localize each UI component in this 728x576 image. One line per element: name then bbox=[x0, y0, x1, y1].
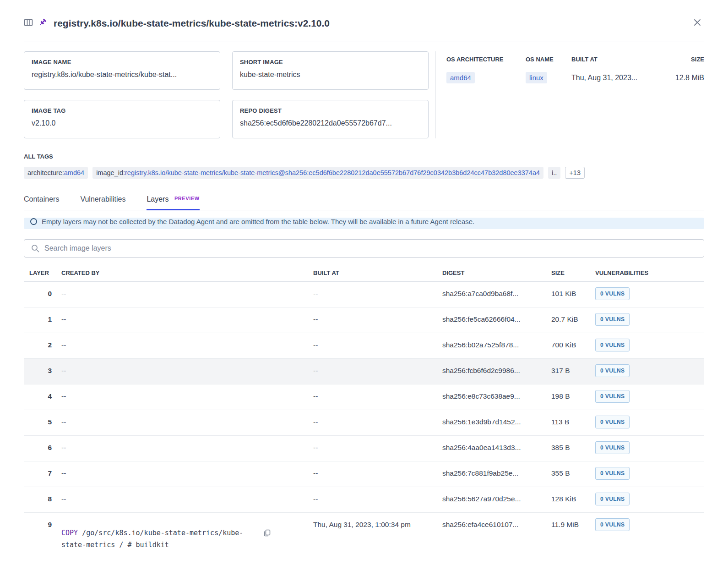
built-at-value: -- bbox=[313, 436, 442, 452]
card-label: IMAGE TAG bbox=[32, 107, 212, 114]
table-row[interactable]: 4 -- -- sha256:e8c73c638ae9... 198 B 0 V… bbox=[24, 384, 704, 410]
size-value: 198 B bbox=[551, 384, 595, 400]
tag-pill[interactable]: architecture:amd64 bbox=[24, 167, 88, 179]
tabs: Containers Vulnerabilities Layers PREVIE… bbox=[24, 195, 704, 210]
tab-vulnerabilities[interactable]: Vulnerabilities bbox=[80, 195, 125, 210]
built-at-value: -- bbox=[313, 359, 442, 375]
os-built-at-header: BUILT AT bbox=[571, 56, 661, 63]
preview-badge: PREVIEW bbox=[174, 196, 200, 201]
tag-key: architecture: bbox=[27, 169, 64, 176]
titlebar: registry.k8s.io/kube-state-metrics/kube-… bbox=[24, 0, 704, 31]
table-row[interactable]: 8 -- -- sha256:5627a970d25e... 128 KiB 0… bbox=[24, 487, 704, 513]
tag-key: image_id: bbox=[96, 169, 125, 176]
card-value: kube-state-metrics bbox=[240, 71, 421, 79]
col-header-layer: LAYER bbox=[24, 269, 61, 276]
vulns-cell: 0 VULNS bbox=[595, 359, 704, 377]
digest-value: sha256:efa4ce610107... bbox=[442, 513, 551, 529]
tag-pill[interactable]: image_id:registry.k8s.io/kube-state-metr… bbox=[92, 167, 543, 179]
more-tags-button[interactable]: +13 bbox=[565, 167, 585, 179]
vulns-badge: 0 VULNS bbox=[595, 313, 630, 326]
created-by-value: -- bbox=[61, 282, 66, 297]
digest-value: sha256:fe5ca62666f04... bbox=[442, 307, 551, 324]
created-by-value: -- bbox=[61, 436, 66, 451]
created-by-cell: -- bbox=[61, 410, 313, 426]
os-architecture-header: OS ARCHITECTURE bbox=[446, 56, 526, 63]
table-row[interactable]: 9 COPY /go/src/k8s.io/kube-state-metrics… bbox=[24, 513, 704, 551]
all-tags-label: ALL TAGS bbox=[24, 153, 704, 160]
col-header-created-by: CREATED BY bbox=[61, 269, 313, 276]
os-name-value[interactable]: linux bbox=[526, 72, 547, 83]
vulns-badge: 0 VULNS bbox=[595, 287, 630, 300]
col-header-digest: DIGEST bbox=[442, 269, 551, 276]
header-divider bbox=[24, 42, 704, 42]
vulns-cell: 0 VULNS bbox=[595, 461, 704, 480]
built-at-value: -- bbox=[313, 384, 442, 400]
vulns-cell: 0 VULNS bbox=[595, 384, 704, 403]
size-value: 11.9 MiB bbox=[551, 513, 595, 529]
vulns-badge: 0 VULNS bbox=[595, 441, 630, 454]
table-row[interactable]: 2 -- -- sha256:b02a7525f878... 700 KiB 0… bbox=[24, 333, 704, 359]
layer-number: 0 bbox=[24, 282, 61, 298]
card-label: SHORT IMAGE bbox=[240, 59, 421, 66]
digest-value: sha256:1e3d9b7d1452... bbox=[442, 410, 551, 426]
card-repo-digest: REPO DIGEST sha256:ec5d6f6be2280212da0e5… bbox=[232, 100, 429, 138]
search-bar bbox=[24, 239, 704, 258]
size-value: 385 B bbox=[551, 436, 595, 452]
vulns-cell: 0 VULNS bbox=[595, 307, 704, 326]
vulns-cell: 0 VULNS bbox=[595, 333, 704, 351]
created-by-code: COPY /go/src/k8s.io/kube-state-metrics/k… bbox=[61, 521, 313, 551]
card-value: v2.10.0 bbox=[32, 119, 212, 127]
created-by-cell: -- bbox=[61, 461, 313, 477]
card-label: REPO DIGEST bbox=[240, 107, 421, 114]
card-value: registry.k8s.io/kube-state-metrics/kube-… bbox=[32, 71, 212, 79]
search-input[interactable] bbox=[24, 239, 704, 258]
layer-number: 5 bbox=[24, 410, 61, 426]
size-value: 355 B bbox=[551, 461, 595, 477]
tab-layers[interactable]: Layers PREVIEW bbox=[147, 195, 199, 210]
os-size-header: SIZE bbox=[661, 56, 704, 63]
os-name-header: OS NAME bbox=[526, 56, 571, 63]
info-banner: Empty layers may not be collected by the… bbox=[24, 218, 704, 229]
os-architecture-value[interactable]: amd64 bbox=[446, 72, 475, 83]
vulns-cell: 0 VULNS bbox=[595, 513, 704, 531]
created-by-cell: COPY /go/src/k8s.io/kube-state-metrics/k… bbox=[61, 513, 313, 551]
col-header-vulnerabilities: VULNERABILITIES bbox=[595, 269, 704, 276]
vulns-cell: 0 VULNS bbox=[595, 487, 704, 505]
close-button[interactable] bbox=[690, 16, 704, 31]
all-tags-row: architecture:amd64image_id:registry.k8s.… bbox=[24, 167, 704, 179]
table-row[interactable]: 6 -- -- sha256:4aa0ea1413d3... 385 B 0 V… bbox=[24, 436, 704, 461]
vulns-badge: 0 VULNS bbox=[595, 518, 630, 531]
page-title: registry.k8s.io/kube-state-metrics/kube-… bbox=[54, 18, 330, 29]
table-row[interactable]: 3 -- -- sha256:fcb6f6d2c9986... 317 B 0 … bbox=[24, 359, 704, 384]
table-row[interactable]: 0 -- -- sha256:a7ca0d9ba68f... 101 KiB 0… bbox=[24, 282, 704, 307]
table-row[interactable]: 7 -- -- sha256:7c881f9ab25e... 355 B 0 V… bbox=[24, 461, 704, 487]
digest-value: sha256:fcb6f6d2c9986... bbox=[442, 359, 551, 375]
pin-icon bbox=[38, 18, 47, 29]
created-by-value: -- bbox=[61, 487, 66, 503]
col-header-built-at: BUILT AT bbox=[313, 269, 442, 276]
size-value: 101 KiB bbox=[551, 282, 595, 298]
copy-icon[interactable] bbox=[263, 529, 271, 551]
size-value: 128 KiB bbox=[551, 487, 595, 503]
table-row[interactable]: 1 -- -- sha256:fe5ca62666f04... 20.7 KiB… bbox=[24, 307, 704, 333]
layer-number: 1 bbox=[24, 307, 61, 324]
tab-containers[interactable]: Containers bbox=[24, 195, 59, 210]
image-details-panel: registry.k8s.io/kube-state-metrics/kube-… bbox=[0, 0, 728, 551]
vulns-badge: 0 VULNS bbox=[595, 493, 630, 505]
card-value: sha256:ec5d6f6be2280212da0e55572b67d7... bbox=[240, 119, 421, 127]
created-by-cell: -- bbox=[61, 436, 313, 452]
tag-value: registry.k8s.io/kube-state-metrics/kube-… bbox=[125, 169, 540, 176]
vulns-badge: 0 VULNS bbox=[595, 364, 630, 377]
info-banner-text: Empty layers may not be collected by the… bbox=[42, 218, 474, 225]
tag-key: i.. bbox=[552, 169, 557, 176]
vulns-badge: 0 VULNS bbox=[595, 416, 630, 428]
built-at-value: -- bbox=[313, 333, 442, 349]
built-at-value: Thu, Aug 31, 2023, 1:00:34 pm bbox=[313, 513, 442, 529]
table-row[interactable]: 5 -- -- sha256:1e3d9b7d1452... 113 B 0 V… bbox=[24, 410, 704, 436]
summary-section: IMAGE NAME registry.k8s.io/kube-state-me… bbox=[24, 51, 704, 138]
all-tags-section: ALL TAGS architecture:amd64image_id:regi… bbox=[24, 153, 704, 179]
created-by-cell: -- bbox=[61, 307, 313, 324]
card-label: IMAGE NAME bbox=[32, 59, 212, 66]
layers-table: LAYER CREATED BY BUILT AT DIGEST SIZE VU… bbox=[24, 266, 704, 551]
tag-pill[interactable]: i.. bbox=[548, 167, 560, 179]
